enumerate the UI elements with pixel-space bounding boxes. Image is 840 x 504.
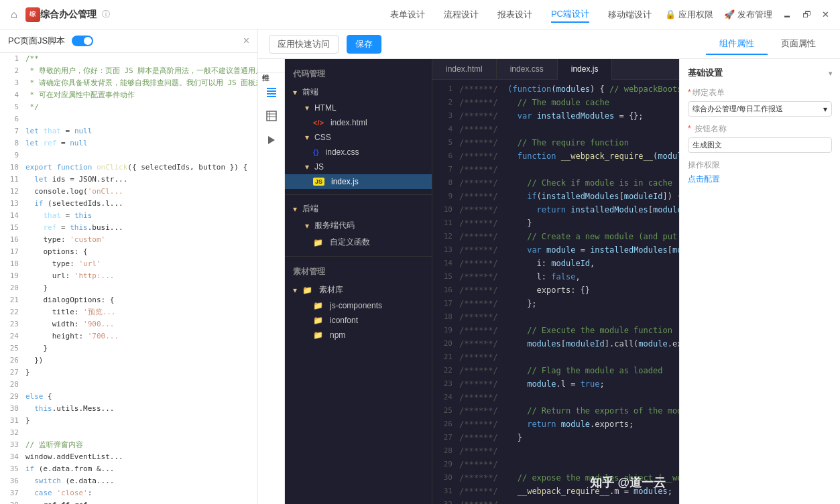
props-row-permission: 操作权限 点击配置 (688, 160, 832, 185)
code-line: 15 ref = this.busi... (0, 222, 257, 234)
svg-rect-2 (267, 93, 276, 94)
svg-rect-3 (267, 96, 276, 97)
top-nav: ⌂ 综 综合办公管理 ⓘ 表单设计 流程设计 报表设计 PC端设计 移动端设计 … (0, 0, 840, 29)
nav-pc-design[interactable]: PC端设计 (551, 7, 589, 23)
props-permission-link[interactable]: 点击配置 (688, 174, 720, 185)
main-layout: PC页面JS脚本 × 1/** 2 * 尊敬的用户，你好：页面 JS 脚本是高阶… (0, 29, 840, 504)
code-line: 30 this.utils.Mess... (0, 403, 257, 415)
nav-window-min[interactable]: 🗕 (783, 9, 792, 19)
nav-form-design[interactable]: 表单设计 (390, 7, 425, 22)
nav-publish[interactable]: 🚀 发布管理 (724, 9, 772, 21)
cm-code-line: 12 /******/ // Create a new module (and … (432, 230, 679, 243)
cm-code-display[interactable]: 1 /******/ (function(modules) { // webpa… (432, 80, 679, 504)
props-collapse-arrow[interactable]: ▾ (829, 70, 832, 77)
cm-html-folder[interactable]: ▾ HTML (285, 101, 432, 115)
cm-code-line: 23 /******/ module.l = true; (432, 377, 679, 391)
js-editor-header: PC页面JS脚本 × (0, 29, 257, 53)
code-line: 23 width: '900... (0, 318, 257, 330)
quick-access-btn[interactable]: 应用快速访问 (269, 35, 339, 54)
js-editor-panel: PC页面JS脚本 × 1/** 2 * 尊敬的用户，你好：页面 JS 脚本是高阶… (0, 29, 258, 504)
cm-code-line: 17 /******/ }; (432, 297, 679, 310)
code-line: 7let that = null (0, 125, 257, 137)
nav-menu: 表单设计 流程设计 报表设计 PC端设计 移动端设计 (390, 7, 652, 23)
cm-npm[interactable]: 📁 npm (285, 328, 432, 342)
cm-index-html[interactable]: </> index.html (285, 115, 432, 130)
cm-iconfont[interactable]: 📁 iconfont (285, 313, 432, 328)
cm-index-js[interactable]: JS index.js (285, 174, 432, 189)
cm-js-components[interactable]: 📁 js-components (285, 298, 432, 313)
home-icon[interactable]: ⌂ (11, 9, 17, 21)
cm-code-line: 13 /******/ var module = installedModule… (432, 243, 679, 257)
cm-code-line: 2 /******/ // The module cache (432, 96, 679, 109)
icon-sidebar: 组件 (258, 59, 285, 504)
code-line: 28 (0, 379, 257, 391)
cm-frontend-item[interactable]: ▾ 前端 (285, 84, 432, 101)
cm-tabs: index.html index.css index.js (432, 59, 679, 80)
cm-code-line: 16 /******/ exports: {} (432, 284, 679, 297)
sidebar-run-icon[interactable] (261, 129, 282, 151)
app-logo: 综 (25, 7, 40, 22)
props-row-btnname: * 按钮名称 生成图文 (688, 123, 832, 153)
components-label: 组件 (258, 64, 284, 73)
cm-js-folder[interactable]: ▾ JS (285, 160, 432, 174)
cm-code-line: 18 /******/ (432, 310, 679, 324)
js-code-editor[interactable]: 1/** 2 * 尊敬的用户，你好：页面 JS 脚本是高阶用法，一般不建议普通用… (0, 53, 257, 504)
cm-tab-js[interactable]: index.js (558, 59, 613, 80)
code-line: 31} (0, 415, 257, 427)
cm-asset-lib[interactable]: ▾ 📁 素材库 (285, 281, 432, 298)
code-line: 9 (0, 149, 257, 162)
cm-code-line: 7 /******/ (432, 163, 679, 176)
code-line: 32 (0, 427, 257, 439)
cm-custom-func[interactable]: 📁 自定义函数 (285, 234, 432, 251)
svg-marker-8 (268, 136, 275, 144)
cm-code-line: 6 /******/ function __webpack_require__(… (432, 149, 679, 163)
top-nav-right: 🔒 应用权限 🚀 发布管理 🗕 🗗 ✕ (665, 9, 829, 21)
code-line: 25 } (0, 342, 257, 355)
js-editor-close[interactable]: × (243, 35, 249, 47)
nav-window-close[interactable]: ✕ (822, 9, 829, 19)
cm-code-line: 27 /******/ } (432, 431, 679, 444)
watermark: 知乎 @道一云 (590, 475, 666, 491)
cm-tab-html[interactable]: index.html (432, 59, 497, 79)
code-line: 22 title: '预览... (0, 306, 257, 318)
cm-code-line: 25 /******/ // Return the exports of the… (432, 404, 679, 418)
props-bind-form-select[interactable]: 综合办公管理/每日工作报送 ▾ (688, 101, 832, 117)
props-btnname-input[interactable]: 生成图文 (688, 137, 832, 153)
cm-css-folder[interactable]: ▾ CSS (285, 130, 432, 145)
cm-tab-css[interactable]: index.css (497, 59, 558, 79)
nav-mobile-design[interactable]: 移动端设计 (608, 7, 652, 22)
code-line: 12 console.log('onCl... (0, 186, 257, 198)
cm-index-css[interactable]: {} index.css (285, 145, 432, 160)
code-line: 17 options: { (0, 246, 257, 258)
asset-manager-title: 素材管理 (285, 262, 432, 281)
code-line: 24 height: '700... (0, 330, 257, 342)
code-line: 16 type: 'custom' (0, 234, 257, 246)
sidebar-list-icon[interactable] (261, 81, 282, 103)
svg-rect-4 (267, 111, 276, 121)
nav-report-design[interactable]: 报表设计 (497, 7, 532, 22)
code-line: 27} (0, 367, 257, 379)
code-line: 38 ref.ff.ref... (0, 499, 257, 504)
cm-code-line: 4 /******/ (432, 123, 679, 136)
code-line: 35if (e.data.from &... (0, 463, 257, 475)
nav-app-permission[interactable]: 🔒 应用权限 (665, 9, 713, 21)
sidebar-report-icon[interactable] (261, 105, 282, 127)
save-btn[interactable]: 保存 (347, 35, 381, 54)
tab-component-props[interactable]: 组件属性 (706, 34, 768, 55)
code-line: 29else { (0, 391, 257, 403)
props-panel: 基础设置 ▾ *绑定表单 综合办公管理/每日工作报送 ▾ * 按钮名称 (679, 59, 840, 504)
cm-code-line: 8 /******/ // Check if module is in cach… (432, 176, 679, 190)
code-line: 6 (0, 113, 257, 125)
tab-page-props[interactable]: 页面属性 (768, 34, 829, 55)
props-btnname-label: * 按钮名称 (688, 123, 832, 135)
cm-backend-item[interactable]: ▾ 后端 (285, 200, 432, 217)
nav-window-max[interactable]: 🗗 (802, 9, 811, 19)
code-line: 14 that = this (0, 210, 257, 222)
cm-divider2 (285, 256, 432, 257)
nav-flow-design[interactable]: 流程设计 (444, 7, 479, 22)
props-permission-value: 点击配置 (688, 174, 832, 185)
cm-server-code[interactable]: ▾ 服务端代码 (285, 217, 432, 234)
js-editor-toggle[interactable] (72, 36, 93, 46)
canvas-area: + 查询条件 信息上报 生成图文 × + 按钮 列表名称 (285, 59, 679, 504)
code-line: 36 switch (e.data.... (0, 475, 257, 487)
